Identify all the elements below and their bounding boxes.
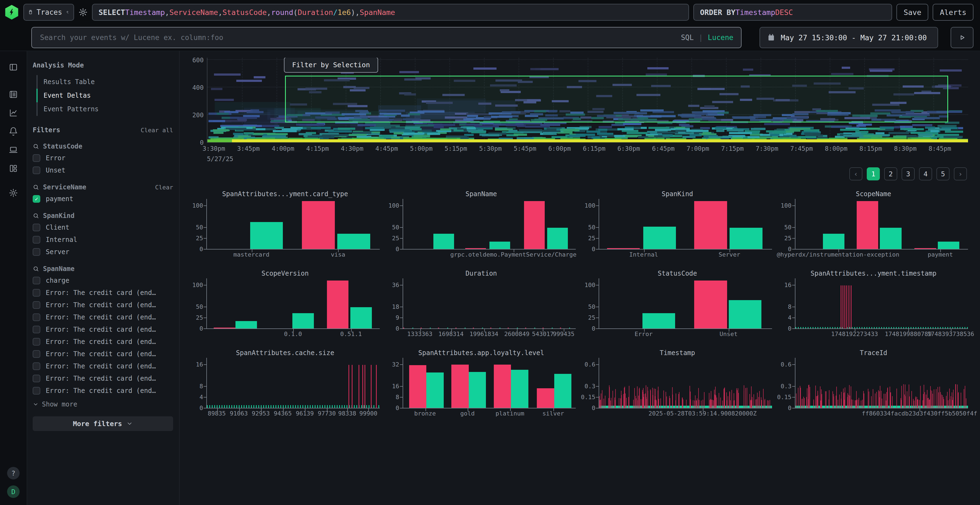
filter-option[interactable]: ✓Error: The credit card (end… — [33, 374, 173, 383]
y-tick-label: 0.15 — [581, 394, 595, 400]
sql-mode-toggle[interactable]: SQL — [681, 33, 694, 41]
x-tick-label: Internal — [629, 251, 658, 258]
analysis-mode-item[interactable]: Event Patterns — [37, 102, 173, 116]
analysis-mode-item[interactable]: Event Deltas — [37, 89, 173, 102]
histogram-title: SpanKind — [583, 190, 772, 199]
filter-by-selection-tooltip[interactable]: Filter by Selection — [284, 58, 378, 73]
filter-checkbox[interactable]: ✓ — [33, 224, 40, 231]
filter-checkbox[interactable]: ✓ — [33, 248, 40, 256]
filter-option[interactable]: ✓Error: The credit card (end… — [33, 313, 173, 322]
pagination-next-button[interactable]: › — [954, 167, 967, 180]
app-logo[interactable] — [4, 5, 19, 20]
histogram-y-axis: 10050250 — [583, 199, 599, 249]
source-settings-gear-icon[interactable] — [78, 8, 88, 17]
pagination-prev-button[interactable]: ‹ — [850, 167, 862, 180]
filter-option[interactable]: ✓Error: The credit card (end… — [33, 337, 173, 346]
filter-option[interactable]: ✓charge — [33, 276, 173, 285]
pagination-page-button[interactable]: 1 — [867, 167, 880, 180]
histogram-spike — [362, 365, 363, 408]
calendar-icon — [767, 33, 775, 41]
search-icon[interactable] — [33, 184, 39, 191]
chevron-down-icon — [126, 420, 133, 427]
pagination-page-button[interactable]: 2 — [884, 167, 897, 180]
filter-checkbox[interactable]: ✓ — [33, 313, 40, 321]
histogram-plot — [402, 278, 576, 329]
histogram-plot — [795, 199, 968, 249]
dashboards-grid-icon[interactable] — [9, 164, 18, 173]
filter-option[interactable]: ✓Internal — [33, 235, 173, 244]
alerts-button[interactable]: Alerts — [932, 4, 974, 21]
histogram-spanattributes-yment-timestamp: SpanAttributes...yment.timestamp16840174… — [779, 270, 968, 339]
filter-option[interactable]: ✓Error: The credit card (end… — [33, 349, 173, 358]
filter-option[interactable]: ✓Unset — [33, 166, 173, 175]
search-input[interactable] — [40, 33, 675, 42]
filter-option[interactable]: ✓Error: The credit card (end… — [33, 362, 173, 371]
x-tick-label: 1748393738536 — [927, 330, 974, 337]
histogram-bar — [250, 222, 283, 249]
pagination-page-button[interactable]: 3 — [902, 167, 915, 180]
search-logs-icon[interactable] — [9, 90, 18, 99]
source-select[interactable]: Traces — [24, 4, 74, 21]
sessions-laptop-icon[interactable] — [9, 145, 18, 154]
filter-checkbox[interactable]: ✓ — [33, 326, 40, 333]
timeline-heatmap-plot[interactable]: Filter by Selection — [207, 58, 968, 143]
filter-checkbox[interactable]: ✓ — [33, 236, 40, 243]
filter-checkbox[interactable]: ✓ — [33, 301, 40, 309]
search-icon[interactable] — [33, 265, 39, 272]
histogram-spike — [358, 365, 360, 408]
filter-option-label: Error: The credit card (end… — [46, 289, 156, 297]
filter-option[interactable]: ✓Error: The credit card (end… — [33, 288, 173, 297]
more-filters-button[interactable]: More filters — [33, 416, 173, 431]
filter-checkbox[interactable]: ✓ — [33, 277, 40, 284]
save-button[interactable]: Save — [896, 4, 928, 21]
filter-checkbox[interactable]: ✓ — [33, 387, 40, 395]
clear-filter-button[interactable]: Clear — [155, 184, 173, 191]
timeline-x-tick: 8:30pm — [894, 145, 916, 152]
sql-select-input[interactable]: SELECT Timestamp,ServiceName,StatusCode,… — [92, 4, 689, 21]
user-avatar[interactable]: D — [7, 485, 20, 498]
filter-checkbox[interactable]: ✓ — [33, 338, 40, 346]
run-query-button[interactable] — [951, 27, 974, 48]
filter-checkbox[interactable]: ✓ — [33, 154, 40, 162]
filter-checkbox[interactable]: ✓ — [33, 167, 40, 174]
show-more-button[interactable]: Show more — [33, 400, 173, 408]
filter-checkbox[interactable]: ✓ — [33, 289, 40, 297]
filter-checkbox[interactable]: ✓ — [33, 375, 40, 382]
timeline-x-tick: 8:00pm — [825, 145, 848, 152]
collapse-sidebar-icon[interactable] — [9, 63, 18, 72]
filter-option[interactable]: ✓payment — [33, 195, 173, 203]
lucene-mode-toggle[interactable]: Lucene — [708, 33, 733, 41]
timeline-selection-rect[interactable] — [285, 76, 948, 123]
order-by-input[interactable]: ORDER BY Timestamp DESC — [694, 4, 892, 21]
settings-gear-icon[interactable] — [9, 188, 18, 197]
search-icon[interactable] — [33, 213, 39, 219]
alerts-bell-icon[interactable] — [9, 127, 18, 136]
histogram-bar — [730, 228, 762, 249]
filter-option-label: Internal — [46, 236, 77, 243]
pagination-page-button[interactable]: 4 — [919, 167, 932, 180]
filter-option[interactable]: ✓Error: The credit card (end… — [33, 301, 173, 310]
filter-option[interactable]: ✓Client — [33, 223, 173, 232]
filter-checkbox[interactable]: ✓ — [33, 362, 40, 370]
x-tick-label: 91063 — [230, 410, 248, 417]
filter-checkbox[interactable]: ✓ — [33, 350, 40, 358]
filter-option[interactable]: ✓Error: The credit card (end… — [33, 386, 173, 395]
x-tick-label: 96139 — [296, 410, 313, 417]
analysis-mode-item[interactable]: Results Table — [37, 75, 173, 89]
histogram-bar — [327, 281, 348, 329]
filter-checkbox[interactable]: ✓ — [33, 195, 40, 203]
pagination-page-button[interactable]: 5 — [937, 167, 950, 180]
search-icon[interactable] — [33, 143, 39, 150]
x-tick-label: 1333363 — [407, 330, 433, 337]
filter-option[interactable]: ✓Error: The credit card (end… — [33, 325, 173, 334]
clear-all-button[interactable]: Clear all — [141, 127, 173, 133]
filter-option[interactable]: ✓Error — [33, 154, 173, 162]
chart-explorer-icon[interactable] — [9, 108, 18, 118]
histogram-y-axis: 10050250 — [387, 199, 402, 249]
x-tick-label: gold — [460, 410, 475, 417]
help-button[interactable]: ? — [7, 467, 20, 480]
filter-option[interactable]: ✓Server — [33, 248, 173, 256]
time-range-picker[interactable]: May 27 15:30:00 - May 27 21:00:00 — [759, 27, 938, 48]
histogram-bar — [537, 388, 554, 408]
timeline-x-tick: 4:30pm — [341, 145, 363, 152]
